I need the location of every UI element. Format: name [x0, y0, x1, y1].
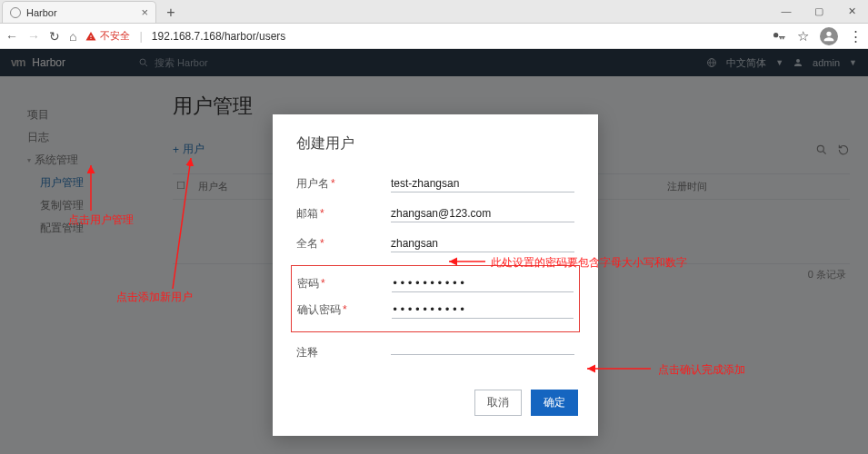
row-email: 邮箱* zhangsan@123.com — [296, 205, 574, 222]
modal-footer: 取消 确定 — [273, 375, 598, 436]
nav-home-button[interactable]: ⌂ — [69, 29, 76, 44]
nav-forward-button[interactable]: → — [27, 29, 40, 44]
app-viewport: vm Harbor 搜索 Harbor 中文简体 ▼ admin ▼ 项目 日志… — [0, 49, 868, 454]
ssl-warning-text: 不安全 — [100, 29, 130, 43]
star-icon[interactable]: ☆ — [797, 28, 809, 44]
modal-title: 创建用户 — [273, 114, 598, 163]
label-password: 密码* — [297, 276, 392, 291]
label-comment: 注释 — [296, 345, 391, 360]
input-comment[interactable] — [391, 350, 574, 355]
nav-reload-button[interactable]: ↻ — [49, 29, 60, 44]
label-username: 用户名* — [296, 176, 391, 192]
password-highlight-box: 密码* •••••••••• 确认密码* •••••••••• — [291, 265, 580, 332]
kebab-menu-icon[interactable]: ⋮ — [849, 28, 863, 44]
ssl-warning: 不安全 — [85, 29, 130, 43]
key-icon[interactable] — [772, 29, 786, 44]
input-username[interactable]: test-zhangsan — [391, 175, 574, 192]
modal-body: 用户名* test-zhangsan 邮箱* zhangsan@123.com … — [273, 175, 598, 375]
row-fullname: 全名* zhangsan — [296, 235, 574, 252]
close-tab-icon[interactable]: × — [141, 5, 148, 19]
create-user-modal: 创建用户 用户名* test-zhangsan 邮箱* zhangsan@123… — [273, 114, 598, 436]
new-tab-button[interactable]: + — [160, 3, 182, 23]
label-email: 邮箱* — [296, 206, 391, 222]
minimize-button[interactable]: — — [770, 0, 803, 23]
label-confirm: 确认密码* — [297, 302, 392, 318]
row-confirm: 确认密码* •••••••••• — [297, 301, 574, 319]
browser-tab[interactable]: Harbor × — [2, 1, 156, 23]
input-confirm-password[interactable]: •••••••••• — [392, 301, 574, 319]
warning-icon — [85, 31, 96, 42]
addr-right-controls: ☆ ⋮ — [772, 27, 863, 45]
url-divider: | — [139, 29, 142, 43]
nav-back-button[interactable]: ← — [5, 29, 18, 44]
favicon-icon — [10, 7, 21, 18]
maximize-button[interactable]: ▢ — [803, 0, 835, 23]
row-password: 密码* •••••••••• — [297, 275, 574, 292]
tab-title: Harbor — [26, 7, 135, 18]
input-fullname[interactable]: zhangsan — [391, 235, 574, 252]
row-username: 用户名* test-zhangsan — [296, 175, 574, 192]
ok-button[interactable]: 确定 — [531, 390, 578, 416]
address-bar: ← → ↻ ⌂ 不安全 | 192.168.7.168/harbor/users… — [0, 24, 868, 49]
input-email[interactable]: zhangsan@123.com — [391, 205, 574, 222]
url-text[interactable]: 192.168.7.168/harbor/users — [152, 30, 285, 43]
person-icon — [822, 29, 836, 44]
close-window-button[interactable]: ✕ — [835, 0, 868, 23]
window-controls: — ▢ ✕ — [770, 0, 868, 23]
profile-avatar[interactable] — [820, 27, 838, 45]
row-comment: 注释 — [296, 345, 574, 360]
cancel-button[interactable]: 取消 — [474, 390, 522, 416]
input-password[interactable]: •••••••••• — [392, 275, 574, 292]
label-fullname: 全名* — [296, 236, 391, 252]
browser-tab-strip: Harbor × + — ▢ ✕ — [0, 0, 868, 24]
